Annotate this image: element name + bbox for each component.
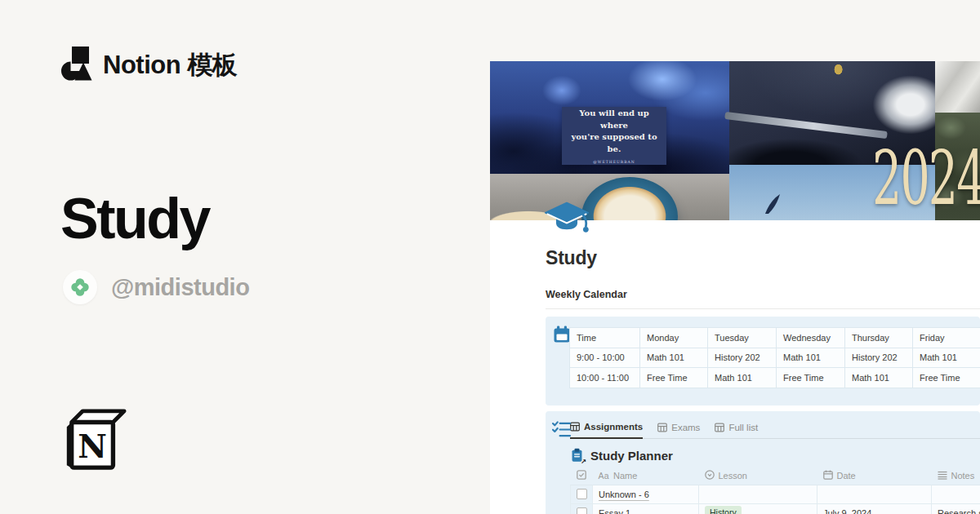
bird-icon xyxy=(762,193,786,217)
author-avatar xyxy=(63,270,97,304)
planner-title-row: ↗ Study Planner xyxy=(570,448,980,463)
clover-icon xyxy=(70,277,90,297)
divider xyxy=(546,308,980,309)
weekly-calendar-table: TimeMondayTuesdayWednesdayThursdayFriday… xyxy=(569,327,980,388)
planner-name-cell[interactable]: Essay 1 xyxy=(593,503,699,514)
planner-checkbox-cell[interactable] xyxy=(571,485,593,503)
weekly-cell[interactable]: Math 101 xyxy=(845,368,913,388)
weekly-header-cell[interactable]: Tuesday xyxy=(708,328,777,348)
weekly-header-cell[interactable]: Wednesday xyxy=(777,328,845,348)
page-link[interactable]: Essay 1 xyxy=(599,508,630,514)
tab-exams[interactable]: Exams xyxy=(657,423,700,438)
weekly-calendar-callout: TimeMondayTuesdayWednesdayThursdayFriday… xyxy=(546,317,980,405)
planner-notes-cell[interactable]: Research som xyxy=(932,503,980,514)
page-cover[interactable]: You will end up where you're supposed to… xyxy=(490,61,980,220)
cover-fabric-image xyxy=(935,61,980,113)
clipboard-linked-icon: ↗ xyxy=(570,448,585,463)
tab-label: Assignments xyxy=(584,422,643,432)
weekly-cell[interactable]: Free Time xyxy=(640,368,708,388)
weekly-cell[interactable]: Math 101 xyxy=(708,368,777,388)
cover-quote-card: You will end up where you're supposed to… xyxy=(562,107,666,165)
svg-text:N: N xyxy=(78,428,107,465)
planner-row: Unknown - 6 xyxy=(571,485,980,503)
planner-lesson-cell[interactable]: History xyxy=(699,503,817,514)
tab-assignments[interactable]: Assignments xyxy=(570,422,643,439)
select-icon xyxy=(705,470,715,481)
tab-full-list[interactable]: Full list xyxy=(715,423,758,438)
planner-notes-cell[interactable] xyxy=(932,485,980,503)
tab-label: Full list xyxy=(728,423,758,432)
planner-lesson-cell[interactable] xyxy=(699,485,817,503)
planner-table: AaNameLessonDateNotesUnknown - 6Essay 1H… xyxy=(570,468,980,514)
section-label[interactable]: Weekly Calendar xyxy=(546,289,980,300)
row-checkbox[interactable] xyxy=(577,489,587,499)
planner-header-lesson[interactable]: Lesson xyxy=(699,468,817,485)
planner-header-name[interactable]: AaName xyxy=(593,468,699,485)
notion-page-preview: You will end up where you're supposed to… xyxy=(490,61,980,514)
planner-date-cell[interactable] xyxy=(817,485,932,503)
weekly-cell[interactable]: Free Time xyxy=(913,368,980,388)
quote-attribution: @WETHEURBAN xyxy=(593,160,635,164)
brand: Notion 模板 xyxy=(61,47,237,84)
planner-title[interactable]: Study Planner xyxy=(590,449,673,463)
coffee-cup xyxy=(581,177,678,220)
planner-header-checkbox[interactable] xyxy=(571,468,593,485)
page-link[interactable]: Unknown - 6 xyxy=(599,490,649,499)
weekly-cell[interactable]: 10:00 - 11:00 xyxy=(570,368,640,388)
calendar-icon[interactable] xyxy=(553,326,571,347)
author-handle: @midistudio xyxy=(111,274,249,301)
checkbox-icon xyxy=(577,470,586,481)
weekly-row: 9:00 - 10:00Math 101History 202Math 101H… xyxy=(570,348,980,368)
weekly-header-cell[interactable]: Monday xyxy=(640,328,708,348)
planner-name-cell[interactable]: Unknown - 6 xyxy=(593,485,699,503)
lines-icon xyxy=(938,470,947,481)
text-icon: Aa xyxy=(599,471,609,481)
linked-arrow-icon: ↗ xyxy=(581,458,586,465)
template-title: Study xyxy=(60,190,209,247)
weekly-cell[interactable]: Math 101 xyxy=(913,348,980,368)
shapes-logo-icon xyxy=(61,47,92,84)
calendar-small-icon xyxy=(823,470,833,481)
weekly-cell[interactable]: Math 101 xyxy=(640,348,708,368)
brand-name: Notion 模板 xyxy=(103,48,237,82)
quote-line2: you're supposed to be. xyxy=(571,132,657,153)
cover-coffee-image xyxy=(490,174,729,220)
author-row: @midistudio xyxy=(63,270,249,304)
planner-callout: AssignmentsExamsFull list ↗ Study Planne… xyxy=(546,411,980,514)
weekly-cell[interactable]: Math 101 xyxy=(777,348,845,368)
planner-header-date[interactable]: Date xyxy=(817,468,932,485)
quote-line1: You will end up where xyxy=(579,109,649,130)
weekly-header-cell[interactable]: Friday xyxy=(913,328,980,348)
weekly-cell[interactable]: 9:00 - 10:00 xyxy=(570,348,640,368)
weekly-header-cell[interactable]: Thursday xyxy=(845,328,913,348)
weekly-cell[interactable]: History 202 xyxy=(845,348,913,368)
row-checkbox[interactable] xyxy=(577,507,587,514)
planner-header-notes[interactable]: Notes xyxy=(932,468,980,485)
notion-cube-logo: N xyxy=(60,405,127,476)
checklist-icon[interactable] xyxy=(552,421,571,441)
planner-date-cell[interactable]: July 9, 2024 xyxy=(817,503,932,514)
weekly-cell[interactable]: History 202 xyxy=(708,348,777,368)
tab-label: Exams xyxy=(671,423,700,432)
page-title[interactable]: Study xyxy=(546,220,980,269)
lesson-tag[interactable]: History xyxy=(705,506,742,514)
graduation-cap-icon[interactable] xyxy=(544,202,590,244)
planner-checkbox-cell[interactable] xyxy=(571,503,593,514)
weekly-header-cell[interactable]: Time xyxy=(570,328,640,348)
weekly-cell[interactable]: Free Time xyxy=(777,368,845,388)
weekly-row: 10:00 - 11:00Free TimeMath 101Free TimeM… xyxy=(570,368,980,388)
cover-year-text: 2024 xyxy=(872,141,980,216)
planner-row: Essay 1HistoryJuly 9, 2024Research som xyxy=(571,503,980,514)
view-tabs: AssignmentsExamsFull list xyxy=(570,422,980,439)
